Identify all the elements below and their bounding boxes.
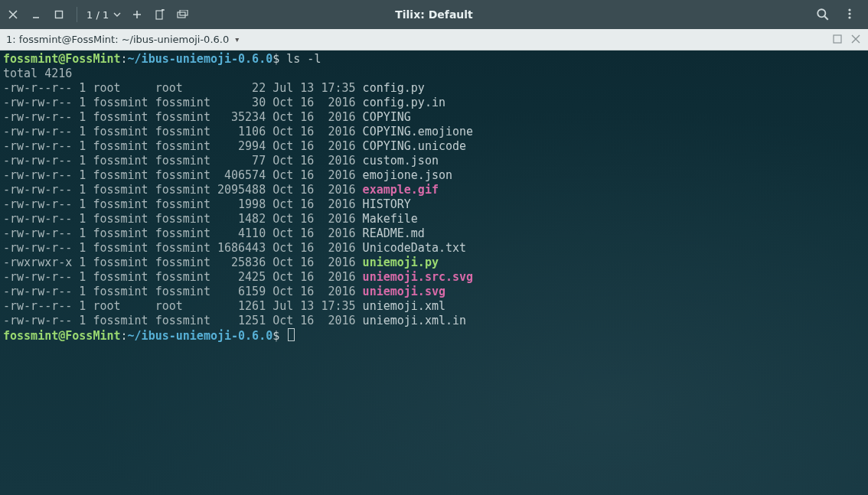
file-listing-row: -rw-rw-r-- 1 fossmint fossmint 1998 Oct …: [3, 197, 865, 212]
window-close-button[interactable]: [5, 6, 21, 23]
prompt-sep: :: [121, 329, 128, 343]
file-listing-row: -rw-rw-r-- 1 fossmint fossmint 1686443 O…: [3, 241, 865, 256]
file-name: README.md: [363, 226, 425, 240]
separator: [77, 7, 77, 22]
file-name: uniemoji.svg: [363, 285, 445, 298]
file-listing-row: -rw-r--r-- 1 root root 1261 Jul 13 17:35…: [3, 299, 865, 314]
file-listing-row: -rw-r--r-- 1 root root 22 Jul 13 17:35 c…: [3, 81, 865, 96]
pager-dropdown-icon[interactable]: [112, 6, 122, 23]
file-name: example.gif: [363, 183, 439, 197]
file-listing-row: -rw-rw-r-- 1 fossmint fossmint 4110 Oct …: [3, 226, 865, 241]
titlebar-right-controls: [816, 8, 863, 21]
file-listing-row: -rw-rw-r-- 1 fossmint fossmint 35234 Oct…: [3, 110, 865, 125]
file-listing-row: -rw-rw-r-- 1 fossmint fossmint 77 Oct 16…: [3, 154, 865, 168]
terminal-cursor: [288, 328, 295, 341]
window-titlebar: 1 / 1 Tilix: Default: [0, 0, 868, 29]
prompt-line: fossmint@FossMint:~/ibus-uniemoji-0.6.0$…: [3, 52, 865, 67]
file-listing-row: -rw-rw-r-- 1 fossmint fossmint 1106 Oct …: [3, 125, 865, 139]
new-terminal-button[interactable]: [152, 6, 168, 23]
file-listing-row: -rw-rw-r-- 1 fossmint fossmint 6159 Oct …: [3, 285, 865, 299]
window-maximize-button[interactable]: [51, 6, 67, 23]
terminal-viewport[interactable]: fossmint@FossMint:~/ibus-uniemoji-0.6.0$…: [0, 50, 868, 495]
chevron-down-icon[interactable]: ▾: [235, 35, 239, 44]
file-listing-row: -rw-rw-r-- 1 fossmint fossmint 2095488 O…: [3, 183, 865, 197]
file-name: custom.json: [363, 154, 439, 168]
session-pager: 1 / 1: [86, 6, 122, 23]
synchronize-input-button[interactable]: [175, 6, 191, 23]
file-listing-row: -rw-rw-r-- 1 fossmint fossmint 2994 Oct …: [3, 139, 865, 154]
search-icon[interactable]: [816, 8, 830, 21]
prompt-path: ~/ibus-uniemoji-0.6.0: [128, 329, 273, 343]
window-minimize-button[interactable]: [28, 6, 44, 23]
file-listing-row: -rw-rw-r-- 1 fossmint fossmint 1251 Oct …: [3, 314, 865, 328]
entered-command: ls -l: [286, 52, 321, 66]
file-name: config.py.in: [363, 96, 445, 109]
total-line: total 4216: [3, 67, 865, 81]
svg-rect-0: [56, 11, 63, 18]
file-name: COPYING: [363, 110, 411, 124]
prompt-sep: :: [121, 52, 128, 66]
hamburger-menu-icon[interactable]: [844, 8, 857, 21]
prompt-path: ~/ibus-uniemoji-0.6.0: [128, 52, 273, 66]
file-listing-row: -rw-rw-r-- 1 fossmint fossmint 406574 Oc…: [3, 168, 865, 183]
file-name: uniemoji.xml: [363, 299, 445, 313]
svg-rect-1: [156, 11, 162, 19]
session-tab-controls: [833, 34, 862, 45]
svg-point-5: [848, 8, 850, 11]
svg-point-6: [848, 12, 850, 15]
file-name: COPYING.emojione: [363, 125, 474, 138]
file-listing: -rw-r--r-- 1 root root 22 Jul 13 17:35 c…: [3, 81, 865, 328]
session-tab[interactable]: 1: fossmint@FossMint: ~/ibus-uniemoji-0.…: [6, 34, 239, 45]
file-name: uniemoji.src.svg: [363, 270, 474, 284]
session-tab-label: 1: fossmint@FossMint: ~/ibus-uniemoji-0.…: [6, 34, 229, 45]
file-name: COPYING.unicode: [363, 139, 466, 153]
file-listing-row: -rwxrwxr-x 1 fossmint fossmint 25836 Oct…: [3, 256, 865, 270]
add-session-button[interactable]: [129, 6, 145, 23]
close-pane-icon[interactable]: [851, 34, 862, 45]
session-counter: 1 / 1: [86, 9, 109, 21]
file-listing-row: -rw-rw-r-- 1 fossmint fossmint 30 Oct 16…: [3, 96, 865, 110]
svg-rect-8: [834, 35, 841, 43]
svg-point-4: [817, 9, 825, 17]
prompt-user-host: fossmint@FossMint: [3, 329, 121, 343]
prompt-line: fossmint@FossMint:~/ibus-uniemoji-0.6.0$: [3, 328, 865, 344]
file-listing-row: -rw-rw-r-- 1 fossmint fossmint 1482 Oct …: [3, 212, 865, 226]
prompt-dollar: $: [272, 52, 279, 66]
file-name: config.py: [363, 81, 425, 95]
maximize-pane-icon[interactable]: [833, 34, 844, 45]
session-tab-bar: 1: fossmint@FossMint: ~/ibus-uniemoji-0.…: [0, 29, 868, 50]
file-name: UnicodeData.txt: [363, 241, 466, 255]
file-listing-row: -rw-rw-r-- 1 fossmint fossmint 2425 Oct …: [3, 270, 865, 285]
file-name: HISTORY: [363, 197, 411, 211]
prompt-dollar: $: [272, 329, 279, 343]
file-name: uniemoji.xml.in: [363, 314, 466, 327]
file-name: uniemoji.py: [363, 256, 439, 269]
svg-point-7: [848, 16, 850, 18]
prompt-user-host: fossmint@FossMint: [3, 52, 121, 66]
file-name: Makefile: [363, 212, 418, 226]
titlebar-left-controls: 1 / 1: [5, 6, 191, 23]
file-name: emojione.json: [363, 168, 452, 182]
